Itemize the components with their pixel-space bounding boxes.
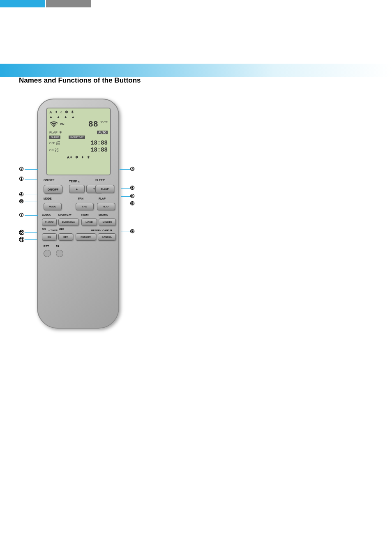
- lcd-timer-on-digits: 18:88: [90, 147, 108, 153]
- callout-line-10: [25, 202, 37, 202]
- flap-label: FLAP: [99, 197, 106, 200]
- timer-off-button[interactable]: OFF: [58, 233, 73, 241]
- page-title: Names and Functions of the Buttons: [19, 76, 148, 86]
- lcd-timer-off-digits: 18:88: [90, 140, 108, 146]
- mode-button[interactable]: MODE: [44, 203, 62, 210]
- clock-label: CLOCK: [42, 214, 51, 216]
- callout-line-6: [121, 196, 130, 197]
- flap-button[interactable]: FLAP: [97, 203, 115, 210]
- temp-up-arrow: ▲: [76, 188, 78, 190]
- clock-button-label: CLOCK: [45, 221, 53, 223]
- lcd-auto-box: AUTO: [97, 131, 108, 134]
- ta-label: TA: [56, 245, 59, 248]
- lcd-on2-label: ON: [49, 149, 54, 152]
- timer-group-label: ⌐ TIMER: [48, 229, 58, 232]
- cancel-button[interactable]: CANCEL: [98, 233, 116, 241]
- callout-line-1: [25, 179, 37, 179]
- callout-line-12: [25, 232, 37, 233]
- lcd-display: A ✦ ○ ❄ ☀ ▲▲▲▲ ON 88: [46, 108, 111, 175]
- callout-line-9: [121, 232, 130, 232]
- lcd-cf: °C/°F: [100, 120, 108, 124]
- lcd-sleep-box: SLEEP: [49, 136, 60, 139]
- lcd-arrows: ▲▲▲▲: [47, 115, 110, 119]
- callout-3: ③: [130, 166, 135, 172]
- lcd-on-label: ON: [60, 123, 65, 126]
- mode-button-label: MODE: [49, 205, 56, 208]
- reserv-button[interactable]: RESERV.: [76, 233, 96, 241]
- callout-line-11: [25, 239, 37, 240]
- rst-label: RST: [44, 245, 49, 248]
- flap-button-label: FLAP: [103, 205, 109, 208]
- lcd-temp: 88: [88, 120, 98, 129]
- hour-button[interactable]: HOUR: [81, 219, 97, 226]
- fan-button-label: FAN: [82, 205, 87, 208]
- callout-9: ⑨: [130, 228, 135, 235]
- sleep-label: SLEEP: [95, 179, 105, 182]
- reserv-label: RESERV. CANCEL: [91, 229, 113, 232]
- callout-1: ①: [19, 176, 24, 182]
- callout-line-7: [25, 215, 38, 216]
- sleep-button[interactable]: SLEEP: [95, 185, 114, 193]
- sleep-button-label: SLEEP: [101, 188, 109, 190]
- timer-on-button-label: ON: [48, 236, 51, 238]
- temp-up-label: TEMP.▲: [69, 180, 80, 183]
- minute-button-label: MINUTE: [103, 221, 112, 223]
- hour-button-label: HOUR: [85, 221, 93, 223]
- callout-2: ②: [19, 166, 24, 172]
- minute-button[interactable]: MINUTE: [99, 219, 116, 226]
- lcd-timer-rows: OFF AMPM 18:88 ON AMPM 18:88: [47, 139, 110, 154]
- header-tab-blue: [0, 0, 45, 7]
- remote-control: A ✦ ○ ❄ ☀ ▲▲▲▲ ON 88: [37, 99, 127, 329]
- lcd-off-label: OFF: [49, 142, 55, 145]
- lcd-everyday-box: EVERYDAY: [69, 136, 85, 139]
- callout-7: ⑦: [19, 212, 24, 218]
- lcd-flap-label: FLAP: [49, 131, 58, 134]
- callout-11: ⑪: [19, 236, 24, 244]
- callout-6: ⑥: [130, 193, 135, 199]
- everyday-button[interactable]: EVERYDAY: [58, 219, 79, 226]
- minute-label: MINUTE: [99, 214, 108, 216]
- everyday-label: EVERYDAY: [58, 214, 71, 216]
- lcd-flap-row: FLAP ❄ AUTO: [47, 130, 110, 135]
- blue-banner: [0, 64, 392, 77]
- temp-up-button[interactable]: ▲: [69, 185, 85, 193]
- ta-button[interactable]: [56, 250, 63, 257]
- svg-point-0: [53, 126, 55, 127]
- header-tab-gray: [46, 0, 91, 7]
- fan-label: FAN: [78, 197, 83, 200]
- onoff-button-label: ON/OFF: [48, 188, 58, 191]
- callout-line-2: [25, 169, 38, 170]
- callout-line-5: [121, 188, 130, 189]
- callout-10: ⑩: [19, 198, 24, 205]
- remote-body: A ✦ ○ ❄ ☀ ▲▲▲▲ ON 88: [37, 99, 119, 329]
- callout-line-3: [120, 169, 130, 170]
- mode-label: MODE: [44, 197, 52, 200]
- callout-8: ⑧: [130, 200, 135, 207]
- callout-line-8: [121, 204, 130, 204]
- timer-on-sublabel: ON: [42, 228, 46, 230]
- everyday-button-label: EVERYDAY: [62, 221, 75, 223]
- timer-label: TIMER: [51, 229, 58, 232]
- cancel-button-label: CANCEL: [102, 236, 112, 238]
- lcd-wifi-icon: [49, 120, 58, 129]
- hour-label: HOUR: [81, 214, 89, 216]
- fan-button[interactable]: FAN: [76, 203, 94, 210]
- rst-button[interactable]: [44, 250, 51, 257]
- callout-5: ⑤: [130, 185, 135, 191]
- lcd-sleep-everyday: SLEEP EVERYDAY: [47, 135, 110, 139]
- callout-12: ⑫: [19, 229, 24, 237]
- clock-button[interactable]: CLOCK: [42, 219, 57, 226]
- lcd-main-row: ON 88 °C/°F: [47, 119, 110, 130]
- lcd-bottom-icons: A✦ ❄ ✦ ☀: [47, 154, 110, 161]
- timer-off-sublabel: OFF: [59, 228, 64, 230]
- timer-on-button[interactable]: ON: [42, 233, 57, 241]
- callout-line-4: [25, 195, 38, 195]
- onoff-label: ON/OFF: [44, 179, 54, 182]
- header-bar: [0, 0, 392, 7]
- lcd-top-icons: A ✦ ○ ❄ ☀: [47, 108, 110, 115]
- timer-off-button-label: OFF: [63, 236, 68, 238]
- reserv-button-label: RESERV.: [81, 236, 91, 238]
- onoff-button[interactable]: ON/OFF: [44, 185, 62, 194]
- callout-4: ④: [19, 191, 24, 198]
